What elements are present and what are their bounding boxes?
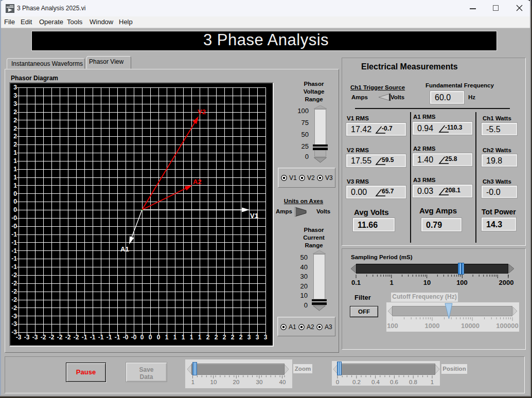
svg-text:0: 0 — [157, 334, 161, 341]
svg-text:-2: -2 — [11, 296, 17, 303]
svg-text:A2: A2 — [193, 178, 202, 186]
svg-text:3: 3 — [13, 84, 17, 91]
svg-text:0: 0 — [13, 206, 17, 213]
svg-text:-1: -1 — [98, 334, 104, 341]
svg-text:V2: V2 — [198, 108, 206, 116]
svg-text:-2: -2 — [49, 334, 55, 341]
svg-text:-0: -0 — [131, 334, 137, 341]
svg-text:-1: -1 — [11, 231, 17, 238]
svg-text:-1: -1 — [11, 255, 17, 262]
svg-text:0: 0 — [149, 334, 152, 341]
svg-text:3: 3 — [247, 334, 251, 341]
svg-text:-3: -3 — [16, 334, 22, 341]
svg-text:-3: -3 — [11, 313, 17, 320]
svg-text:-0: -0 — [123, 334, 129, 341]
svg-text:-2: -2 — [57, 334, 63, 341]
svg-text:2: 2 — [223, 334, 226, 341]
svg-text:2: 2 — [206, 334, 210, 341]
svg-text:1: 1 — [182, 334, 185, 341]
svg-text:1: 1 — [173, 334, 177, 341]
svg-text:-1: -1 — [82, 334, 87, 341]
svg-text:2: 2 — [215, 334, 218, 341]
svg-text:3: 3 — [13, 100, 17, 107]
svg-text:2: 2 — [13, 108, 17, 116]
svg-text:-3: -3 — [11, 320, 17, 328]
svg-text:1: 1 — [13, 149, 17, 156]
svg-text:2: 2 — [231, 334, 235, 341]
svg-text:0: 0 — [13, 198, 17, 205]
svg-text:-3: -3 — [32, 334, 38, 341]
svg-text:-1: -1 — [11, 239, 17, 246]
svg-text:-2: -2 — [41, 334, 46, 341]
svg-text:-2: -2 — [74, 334, 79, 341]
svg-text:0: 0 — [13, 190, 17, 197]
svg-text:3: 3 — [13, 92, 17, 99]
svg-text:V1: V1 — [250, 212, 258, 220]
svg-text:-3: -3 — [24, 334, 30, 341]
svg-text:1: 1 — [198, 334, 202, 341]
svg-text:1: 1 — [13, 182, 17, 189]
svg-text:-0: -0 — [11, 223, 17, 230]
svg-text:2: 2 — [13, 133, 17, 140]
svg-text:1: 1 — [13, 166, 17, 173]
svg-text:1: 1 — [13, 157, 17, 165]
svg-text:0: 0 — [140, 334, 144, 341]
svg-text:-1: -1 — [90, 334, 96, 341]
svg-text:2: 2 — [239, 334, 243, 341]
svg-text:-2: -2 — [11, 288, 17, 295]
svg-text:-1: -1 — [11, 263, 17, 270]
svg-text:2: 2 — [13, 125, 17, 132]
svg-text:-0: -0 — [11, 214, 17, 222]
svg-text:1: 1 — [190, 334, 193, 341]
svg-text:1: 1 — [165, 334, 169, 341]
svg-text:2: 2 — [13, 117, 17, 124]
svg-text:-1: -1 — [11, 247, 17, 255]
svg-text:-2: -2 — [11, 280, 17, 287]
svg-text:3: 3 — [256, 334, 259, 341]
svg-text:-2: -2 — [65, 334, 71, 341]
svg-text:-1: -1 — [115, 334, 120, 341]
svg-text:-2: -2 — [11, 304, 17, 312]
svg-text:2: 2 — [13, 141, 17, 148]
svg-text:-1: -1 — [107, 334, 112, 341]
svg-text:1: 1 — [13, 174, 17, 181]
svg-text:A1: A1 — [120, 245, 129, 253]
svg-text:3: 3 — [264, 334, 268, 341]
